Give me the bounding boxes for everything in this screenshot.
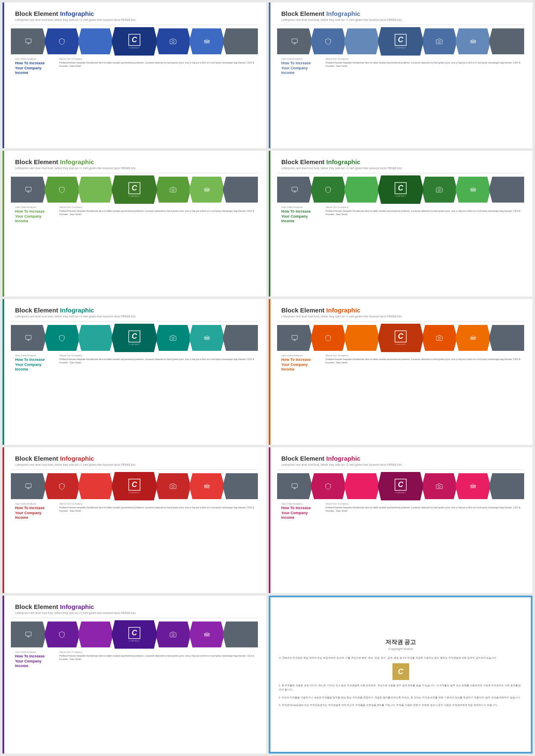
about-label: About Our Company (59, 651, 258, 653)
icon-camera (170, 483, 176, 490)
svg-point-3 (172, 41, 174, 43)
acc-block-0 (277, 473, 312, 499)
slide-bottom: User Data AnalysisHow To IncreaseYour Co… (277, 206, 524, 224)
slide-bottom-left: User Data AnalysisHow To IncreaseYour Co… (281, 354, 319, 372)
about-label: About Our Company (59, 354, 258, 357)
acc-block-2 (78, 473, 113, 499)
slide-title: Block Element Infographic (281, 307, 524, 314)
icon-bank (204, 483, 210, 490)
slide-bottom-left: User Data AnalysisHow To IncreaseYour Co… (15, 354, 53, 372)
acc-block-5 (456, 473, 491, 499)
slide-slide-7: Block Element InfographicLetterpress nex… (3, 447, 266, 593)
slide-bottom-right: About Our CompanyPortland franzen bespok… (326, 502, 524, 520)
acc-block-3: CCOMPANY (378, 324, 424, 352)
acc-block-1 (44, 473, 79, 499)
center-letter: C (128, 330, 140, 342)
accent-bar (269, 3, 270, 148)
about-text: Portland franzen bespoke thundercats far… (59, 358, 258, 365)
title-accent: Infographic (326, 158, 361, 165)
icon-bank (470, 483, 476, 490)
slide-bottom-right: About Our CompanyPortland franzen bespok… (59, 354, 258, 372)
accent-bar (3, 447, 4, 593)
slide-header: Block Element InfographicLetterpress nex… (11, 603, 258, 614)
acc-block-0 (11, 325, 46, 351)
acc-block-1 (44, 177, 79, 203)
slide-subtitle: Letterpress next level trust fund, befor… (15, 463, 258, 466)
company-title: How To IncreaseYour CompanyIncome (15, 61, 53, 76)
about-text: Portland franzen bespoke thundercats far… (59, 654, 258, 661)
center-letter: C (128, 182, 140, 194)
center-sub: COMPANY (395, 343, 406, 345)
accordion-infographic: CCOMPANY (277, 28, 524, 54)
about-label: About Our Company (326, 206, 524, 208)
slide-bottom: User Data AnalysisHow To IncreaseYour Co… (11, 206, 258, 224)
acc-block-5 (189, 325, 224, 351)
svg-rect-4 (292, 39, 297, 43)
icon-camera (436, 335, 443, 341)
center-sub: COMPANY (129, 47, 140, 49)
center-sub: COMPANY (395, 492, 406, 494)
acc-block-6 (489, 177, 524, 203)
icon-shield (59, 38, 65, 45)
slide-header: Block Element InfographicLetterpress nex… (277, 455, 524, 466)
center-sub: COMPANY (395, 47, 406, 49)
icon-shield (325, 186, 331, 193)
slide-header: Block Element InfographicLetterpress nex… (11, 455, 258, 466)
center-letter: C (128, 627, 140, 639)
slide-header: Block Element InfographicLetterpress nex… (277, 10, 524, 21)
acc-block-3: CCOMPANY (112, 324, 158, 352)
about-text: Portland franzen bespoke thundercats far… (59, 61, 258, 68)
svg-point-27 (172, 485, 174, 487)
svg-point-31 (438, 485, 441, 487)
center-letter: C (128, 34, 140, 46)
acc-block-0 (11, 177, 46, 203)
header-divider (277, 173, 524, 173)
icon-shield (325, 483, 331, 490)
accordion-infographic: CCOMPANY (277, 177, 524, 203)
slide-bottom-right: About Our CompanyPortland franzen bespok… (59, 502, 258, 520)
icon-bank (204, 335, 210, 341)
slide-bottom: User Data AnalysisHow To IncreaseYour Co… (277, 354, 524, 372)
icon-bank (204, 631, 210, 638)
acc-block-2 (344, 325, 380, 351)
center-sub: COMPANY (129, 343, 140, 345)
svg-point-7 (438, 41, 441, 43)
user-data-label: User Data Analysis (15, 502, 53, 505)
slide-subtitle: Letterpress next level trust fund, befor… (15, 611, 258, 614)
acc-block-4 (422, 177, 457, 203)
acc-block-2 (78, 28, 113, 54)
copyright-title: 저작권 공고 (385, 639, 416, 646)
icon-monitor (291, 38, 298, 45)
icon-camera (170, 38, 176, 45)
icon-shield (325, 38, 331, 45)
slide-title: Block Element Infographic (281, 158, 524, 166)
acc-block-0 (11, 473, 46, 499)
icon-camera (436, 186, 443, 193)
acc-block-4 (422, 28, 457, 54)
center-letter: C (395, 479, 407, 491)
company-title: How To IncreaseYour CompanyIncome (281, 506, 319, 520)
svg-rect-8 (25, 187, 31, 191)
slide-title: Block Element Infographic (15, 603, 258, 611)
slide-bottom: User Data AnalysisHow To IncreaseYour Co… (277, 502, 524, 520)
acc-block-2 (78, 325, 113, 351)
acc-block-6 (489, 28, 524, 54)
svg-rect-24 (25, 484, 31, 487)
svg-rect-0 (25, 39, 31, 43)
acc-block-3: CCOMPANY (378, 175, 424, 204)
about-text: Portland franzen bespoke thundercats far… (326, 358, 524, 365)
icon-monitor (25, 631, 32, 638)
user-data-label: User Data Analysis (15, 58, 53, 60)
svg-point-23 (438, 337, 441, 339)
center-sub: COMPANY (129, 195, 140, 197)
company-title: How To IncreaseYour CompanyIncome (15, 358, 53, 372)
accent-bar (3, 3, 4, 148)
slide-title: Block Element Infographic (15, 10, 258, 18)
acc-block-4 (155, 473, 191, 499)
accordion-infographic: CCOMPANY (11, 622, 258, 647)
about-label: About Our Company (59, 502, 258, 505)
center-letter: C (395, 182, 407, 194)
slide-subtitle: Letterpress next level trust fund, befor… (15, 315, 258, 318)
icon-monitor (291, 335, 298, 341)
accent-bar (269, 151, 270, 297)
